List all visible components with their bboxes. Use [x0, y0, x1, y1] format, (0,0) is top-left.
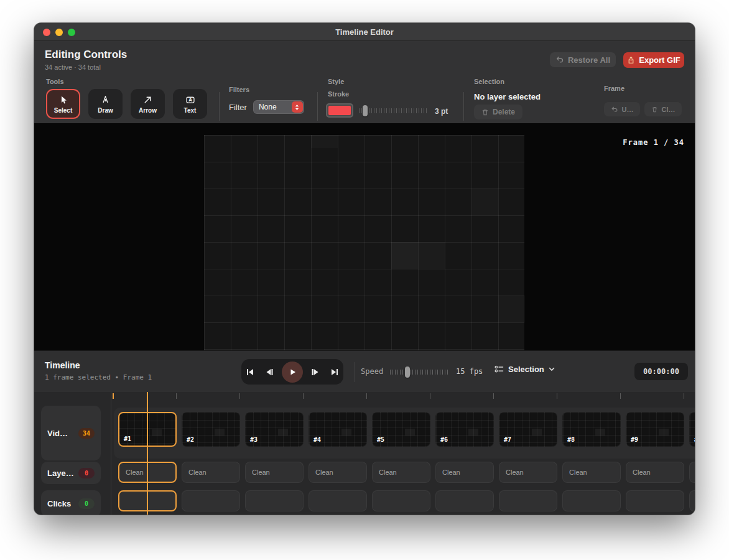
stroke-color-well[interactable]: [326, 103, 353, 118]
slider-thumb[interactable]: [363, 105, 368, 116]
click-cell[interactable]: [626, 490, 684, 511]
speed-slider[interactable]: [390, 366, 450, 378]
frame-thumbnail[interactable]: #2: [182, 412, 240, 447]
click-cell[interactable]: [499, 490, 557, 511]
layer-status-cell[interactable]: Clean: [372, 462, 430, 483]
title-bar: Timeline Editor: [34, 23, 695, 41]
tool-draw-button[interactable]: Draw: [88, 89, 123, 119]
cursor-icon: [58, 95, 68, 105]
selection-mode-dropdown[interactable]: Selection: [495, 365, 555, 374]
click-cell[interactable]: [118, 490, 177, 511]
filter-dropdown-value: None: [259, 103, 277, 111]
divider: [219, 92, 220, 121]
frame-thumbnail[interactable]: #3: [245, 412, 304, 447]
delete-layer-button[interactable]: Delete: [474, 105, 522, 119]
step-back-icon: [265, 368, 274, 376]
tool-text-label: Text: [184, 107, 197, 114]
layer-status-cell[interactable]: Clean: [499, 462, 557, 483]
play-icon: [288, 368, 297, 376]
delete-layer-label: Delete: [493, 108, 515, 116]
export-gif-button[interactable]: Export GIF: [623, 52, 684, 68]
tool-draw-label: Draw: [98, 107, 113, 114]
click-cell[interactable]: [562, 490, 621, 511]
tool-select-button[interactable]: Select: [46, 89, 80, 119]
trash-icon: [651, 106, 658, 113]
click-cell[interactable]: [182, 490, 240, 511]
selection-group-label: Selection: [474, 78, 504, 85]
frame-thumbnail[interactable]: #5: [372, 412, 430, 447]
clicks-count-badge: 0: [78, 498, 95, 509]
export-gif-label: Export GIF: [639, 55, 680, 65]
timeline-subtitle: 1 frame selected • Frame 1: [45, 373, 152, 381]
frame-thumbnail[interactable]: #7: [499, 412, 557, 447]
selection-status: No layer selected: [474, 92, 541, 101]
click-cell[interactable]: [372, 490, 430, 511]
frame-thumbnail[interactable]: #10: [689, 412, 695, 447]
playback-controls: [241, 359, 343, 385]
track-layers[interactable]: Laye… 0: [41, 462, 101, 484]
preview-canvas[interactable]: Frame 1 / 34: [34, 123, 695, 350]
click-cell[interactable]: [435, 490, 494, 511]
track-video[interactable]: Vid… 34: [41, 406, 101, 460]
layer-status-cell[interactable]: Clean: [118, 462, 177, 483]
frame-thumbnail[interactable]: #4: [309, 412, 367, 447]
divider: [463, 92, 464, 121]
slider-thumb[interactable]: [405, 366, 410, 378]
skip-to-start-button[interactable]: [243, 365, 257, 379]
step-forward-icon: [311, 368, 320, 376]
layer-status-cell[interactable]: Clean: [245, 462, 304, 483]
frame-number-label: #2: [187, 436, 194, 443]
divider: [111, 392, 111, 515]
filter-dropdown[interactable]: None: [253, 100, 304, 114]
tool-arrow-label: Arrow: [139, 107, 157, 114]
timeline-toolbar: Timeline 1 frame selected • Frame 1 Spee…: [34, 350, 695, 392]
click-cell[interactable]: [309, 490, 367, 511]
stroke-width-slider[interactable]: [359, 105, 429, 116]
frame-number-label: #5: [377, 436, 384, 443]
click-cell[interactable]: [245, 490, 304, 511]
track-clicks-label: Clicks: [47, 499, 71, 508]
layer-status-cell[interactable]: Clean: [182, 462, 240, 483]
tool-text-button[interactable]: A Text: [173, 89, 207, 119]
undo-icon: [555, 55, 564, 64]
layers-count-badge: 0: [78, 468, 95, 478]
layer-status-row: CleanCleanCleanCleanCleanCleanCleanClean…: [118, 462, 695, 483]
tool-arrow-button[interactable]: Arrow: [131, 89, 165, 119]
frame-number-label: #6: [440, 436, 448, 443]
layer-status-cell[interactable]: Clean: [435, 462, 494, 483]
share-icon: [627, 56, 635, 65]
layer-status-label: Clean: [246, 469, 270, 476]
frame-counter: Frame 1 / 34: [623, 138, 684, 147]
step-back-button[interactable]: [262, 365, 276, 379]
step-forward-button[interactable]: [309, 365, 322, 379]
frame-number-label: #8: [567, 436, 575, 443]
pen-icon: [100, 95, 111, 105]
video-count-badge: 34: [78, 428, 95, 439]
frame-thumbnail[interactable]: #6: [435, 412, 494, 447]
frame-thumbnail[interactable]: #9: [626, 412, 684, 447]
click-cell[interactable]: [689, 490, 695, 511]
timeline-title: Timeline: [45, 360, 80, 370]
frame-thumbnail[interactable]: #1: [118, 412, 177, 447]
ruler-tick: [366, 393, 367, 399]
frame-clear-button[interactable]: Cl…: [644, 102, 682, 116]
frame-thumbnail[interactable]: #8: [562, 412, 621, 447]
play-button[interactable]: [282, 362, 303, 383]
restore-all-button[interactable]: Restore All: [550, 52, 616, 67]
layer-status-cell[interactable]: Clean: [309, 462, 367, 483]
clicks-row: [118, 490, 695, 511]
arrow-up-right-icon: [142, 95, 153, 105]
fps-value: 15 fps: [456, 367, 483, 376]
frame-number-label: #4: [313, 436, 321, 443]
slider-track: [390, 370, 450, 375]
speed-label: Speed: [361, 367, 383, 376]
layer-status-cell[interactable]: Clean: [689, 462, 695, 483]
layer-status-cell[interactable]: Clean: [626, 462, 684, 483]
frame-clear-label: Cl…: [662, 106, 676, 113]
layer-status-cell[interactable]: Clean: [562, 462, 621, 483]
ruler-tick: [430, 393, 430, 399]
frame-undo-label: U…: [622, 106, 634, 113]
frame-undo-button[interactable]: U…: [604, 102, 640, 116]
skip-to-end-button[interactable]: [328, 365, 341, 379]
track-clicks[interactable]: Clicks 0: [41, 490, 101, 515]
